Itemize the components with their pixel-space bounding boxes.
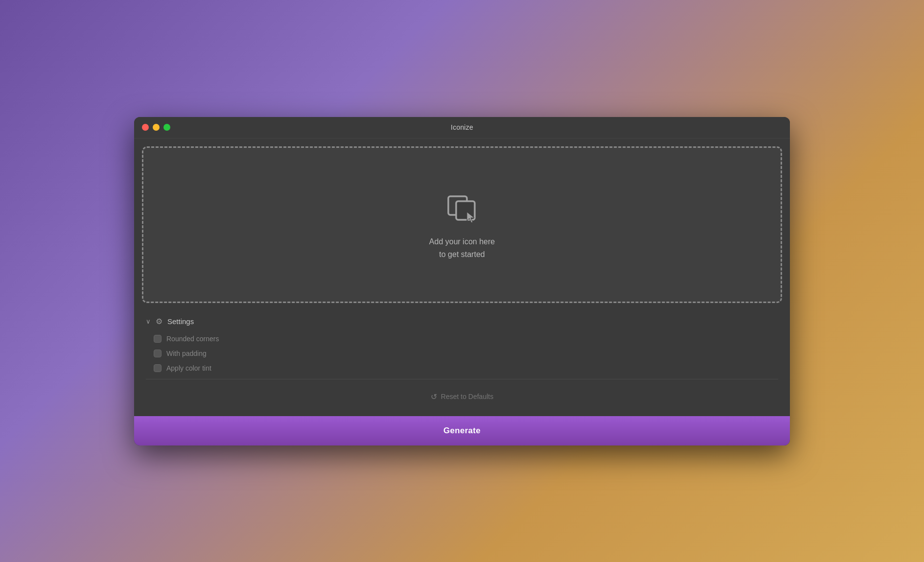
- with-padding-checkbox[interactable]: [154, 350, 162, 357]
- settings-chevron-icon[interactable]: ∨: [146, 318, 151, 325]
- generate-button[interactable]: Generate: [134, 416, 790, 445]
- reset-row[interactable]: ↺ Reset to Defaults: [146, 383, 778, 408]
- drop-zone-text: Add your icon here to get started: [429, 235, 495, 260]
- with-padding-label: With padding: [166, 350, 207, 357]
- settings-label: Settings: [167, 317, 194, 326]
- settings-header[interactable]: ∨ ⚙ Settings: [146, 317, 778, 326]
- apply-color-tint-label: Apply color tint: [166, 364, 211, 372]
- reset-label: Reset to Defaults: [441, 393, 493, 400]
- traffic-lights: [142, 124, 170, 131]
- settings-gear-icon: ⚙: [156, 317, 162, 326]
- settings-divider: [146, 379, 778, 379]
- drop-text-line2: to get started: [429, 248, 495, 261]
- close-button[interactable]: [142, 124, 149, 131]
- apply-color-tint-row: Apply color tint: [146, 364, 778, 372]
- maximize-button[interactable]: [163, 124, 170, 131]
- drop-text-line1: Add your icon here: [429, 235, 495, 248]
- drop-icon: [442, 188, 482, 228]
- reset-icon: ↺: [431, 392, 437, 401]
- drop-zone[interactable]: Add your icon here to get started: [142, 146, 782, 303]
- window-title: Iconize: [451, 123, 473, 131]
- minimize-button[interactable]: [153, 124, 160, 131]
- rounded-corners-label: Rounded corners: [166, 335, 219, 343]
- with-padding-row: With padding: [146, 350, 778, 357]
- app-window: Iconize Add your icon here to get starte…: [134, 117, 790, 445]
- titlebar: Iconize: [134, 117, 790, 139]
- rounded-corners-checkbox[interactable]: [154, 335, 162, 343]
- rounded-corners-row: Rounded corners: [146, 335, 778, 343]
- settings-section: ∨ ⚙ Settings Rounded corners With paddin…: [134, 311, 790, 416]
- apply-color-tint-checkbox[interactable]: [154, 364, 162, 372]
